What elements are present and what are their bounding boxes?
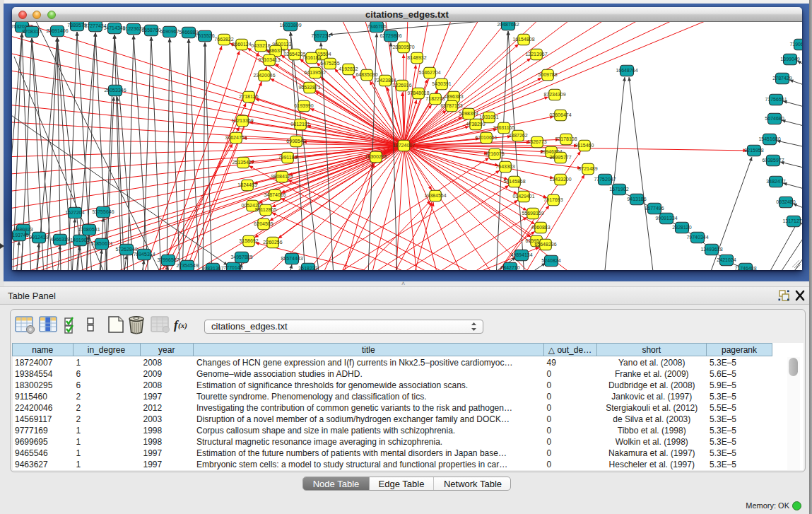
- svg-text:4192832: 4192832: [339, 66, 358, 71]
- svg-text:19384554: 19384554: [424, 193, 446, 198]
- svg-text:23420046: 23420046: [253, 73, 275, 78]
- svg-text:3482477: 3482477: [766, 179, 785, 184]
- svg-text:7816184: 7816184: [302, 55, 321, 60]
- svg-text:1491905: 1491905: [70, 238, 89, 243]
- svg-text:7515526: 7515526: [195, 33, 214, 38]
- svg-text:51462704: 51462704: [418, 70, 440, 75]
- svg-text:6998543: 6998543: [286, 139, 305, 144]
- svg-text:8215958: 8215958: [744, 148, 763, 153]
- svg-text:0433218: 0433218: [251, 43, 270, 48]
- svg-text:16154808: 16154808: [512, 37, 534, 42]
- svg-text:28809570: 28809570: [392, 45, 414, 49]
- svg-text:0842710: 0842710: [500, 265, 519, 270]
- svg-text:53755646: 53755646: [92, 209, 114, 214]
- svg-text:85574443: 85574443: [281, 256, 302, 261]
- svg-text:98084124: 98084124: [271, 174, 293, 179]
- svg-text:2260256: 2260256: [263, 240, 282, 245]
- svg-text:67010651: 67010651: [475, 135, 497, 140]
- svg-text:71756551: 71756551: [765, 97, 787, 102]
- svg-text:6658760: 6658760: [141, 28, 160, 33]
- svg-text:9912419: 9912419: [29, 235, 48, 240]
- svg-text:7543303: 7543303: [495, 164, 514, 169]
- svg-text:20487682: 20487682: [497, 22, 519, 27]
- svg-text:9115460: 9115460: [575, 143, 594, 148]
- svg-text:15451680: 15451680: [758, 136, 780, 141]
- svg-text:8660124: 8660124: [232, 42, 251, 47]
- svg-text:1031051: 1031051: [479, 115, 498, 119]
- svg-text:1326773: 1326773: [527, 139, 546, 144]
- svg-text:7346706: 7346706: [367, 24, 386, 29]
- svg-text:1671902: 1671902: [609, 187, 628, 192]
- svg-text:76945314: 76945314: [133, 252, 155, 257]
- svg-text:02606474: 02606474: [549, 112, 571, 117]
- svg-text:7991183: 7991183: [278, 155, 298, 160]
- svg-text:54145868: 54145868: [503, 179, 525, 184]
- svg-text:71906594: 71906594: [789, 42, 802, 47]
- svg-text:49894134: 49894134: [510, 252, 532, 257]
- svg-text:7770143: 7770143: [223, 265, 242, 270]
- svg-text:6690967: 6690967: [160, 29, 179, 34]
- svg-text:3387262: 3387262: [508, 133, 527, 138]
- svg-text:7917693: 7917693: [543, 197, 563, 202]
- svg-text:55698169: 55698169: [522, 211, 543, 216]
- svg-text:36995777: 36995777: [549, 155, 571, 160]
- svg-text:65648236: 65648236: [534, 242, 556, 247]
- svg-text:6204505: 6204505: [254, 221, 273, 226]
- svg-text:4738299: 4738299: [466, 122, 485, 127]
- svg-text:8721489: 8721489: [578, 166, 597, 171]
- svg-text:12213369: 12213369: [231, 118, 253, 123]
- svg-text:79740344: 79740344: [686, 235, 708, 240]
- svg-text:4216073: 4216073: [485, 151, 504, 156]
- svg-text:7182278: 7182278: [425, 96, 445, 101]
- svg-text:26053346: 26053346: [104, 88, 126, 93]
- svg-text:4966319: 4966319: [50, 237, 69, 242]
- svg-text:93103413: 93103413: [258, 57, 280, 62]
- svg-text:20691406: 20691406: [46, 28, 68, 33]
- svg-text:9413186: 9413186: [627, 197, 646, 201]
- svg-text:7663822: 7663822: [214, 37, 233, 42]
- svg-text:8148932: 8148932: [407, 55, 426, 60]
- svg-text:3518233: 3518233: [298, 266, 317, 270]
- svg-text:1627204: 1627204: [65, 210, 84, 215]
- svg-text:34874016: 34874016: [264, 192, 286, 197]
- svg-text:18300295: 18300295: [365, 154, 387, 159]
- svg-text:34957885: 34957885: [230, 255, 252, 259]
- svg-text:0932480: 0932480: [776, 199, 795, 204]
- svg-text:1226916: 1226916: [392, 83, 411, 88]
- svg-text:62729806: 62729806: [379, 33, 401, 38]
- svg-text:37996507: 37996507: [157, 257, 179, 262]
- svg-text:72423884: 72423884: [374, 78, 396, 83]
- svg-text:5240824: 5240824: [541, 258, 560, 263]
- svg-text:71746488: 71746488: [734, 266, 756, 270]
- svg-text:64139537: 64139537: [304, 70, 326, 75]
- svg-text:99091334: 99091334: [655, 216, 677, 221]
- svg-text:13493618: 13493618: [700, 247, 722, 252]
- svg-text:8708317: 8708317: [22, 29, 41, 34]
- svg-text:34624751: 34624751: [225, 135, 247, 140]
- svg-text:51850671: 51850671: [90, 241, 112, 246]
- svg-text:97848018: 97848018: [407, 90, 429, 95]
- svg-text:1824493: 1824493: [237, 182, 257, 187]
- svg-text:96532871: 96532871: [298, 85, 320, 90]
- svg-text:01429401: 01429401: [512, 194, 534, 199]
- svg-text:64835030: 64835030: [355, 72, 377, 77]
- svg-text:65787133: 65787133: [440, 103, 462, 108]
- svg-text:2421024: 2421024: [717, 257, 736, 262]
- svg-text:5009788: 5009788: [538, 72, 557, 77]
- svg-text:57262849: 57262849: [115, 247, 137, 252]
- svg-text:(x): (x): [178, 321, 187, 330]
- svg-text:4896383: 4896383: [444, 94, 463, 99]
- svg-text:37631165: 37631165: [493, 125, 515, 130]
- svg-text:7193745: 7193745: [12, 233, 29, 238]
- svg-text:1399049: 1399049: [780, 57, 799, 62]
- svg-text:5430391: 5430391: [432, 81, 451, 86]
- svg-text:87234309: 87234309: [543, 92, 565, 97]
- svg-text:0812191: 0812191: [290, 122, 310, 127]
- svg-text:2718126: 2718126: [239, 94, 258, 99]
- svg-text:17080531: 17080531: [78, 227, 100, 232]
- svg-text:3158692: 3158692: [239, 238, 258, 243]
- svg-text:80831367: 80831367: [201, 266, 223, 270]
- svg-text:8386379: 8386379: [266, 48, 285, 53]
- svg-text:16648764: 16648764: [616, 68, 637, 73]
- svg-text:13433200: 13433200: [549, 177, 571, 182]
